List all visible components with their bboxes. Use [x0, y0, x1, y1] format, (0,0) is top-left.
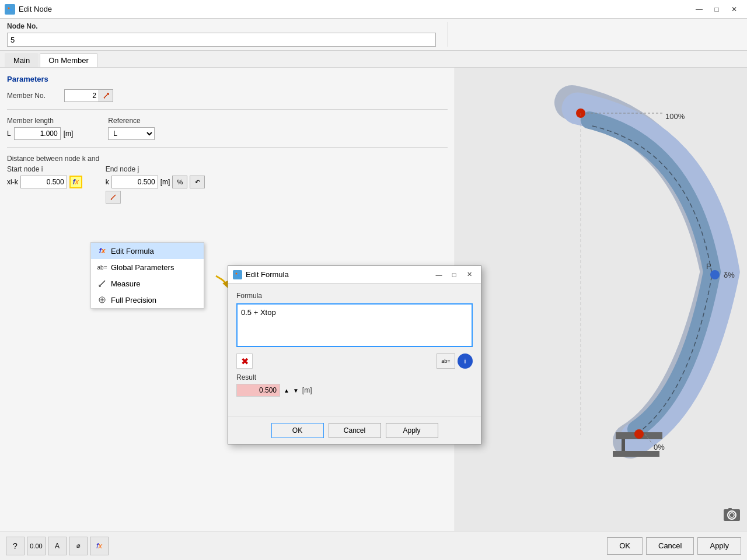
ctx-full-precision-label: Full Precision — [111, 296, 156, 304]
svg-line-7 — [111, 195, 116, 200]
parameters-title: Parameters — [7, 75, 448, 83]
svg-point-35 — [236, 272, 238, 274]
ctx-measure-label: Measure — [111, 279, 141, 288]
member-length-label: Member length — [7, 117, 73, 125]
node-distance-row: Start node i xi-k fx End node j k — [7, 165, 448, 204]
k-prefix: k — [106, 178, 109, 186]
screenshot-icon[interactable] — [722, 505, 741, 525]
svg-point-34 — [235, 272, 240, 278]
dialog-ok-button[interactable]: OK — [271, 423, 324, 438]
tab-on-member[interactable]: On Member — [40, 53, 97, 67]
node-section: Node No. — [0, 19, 747, 51]
bottom-left-icons: ? 0.00 A ⌀ fx — [6, 537, 605, 555]
ctx-edit-formula[interactable]: fx Edit Formula — [91, 243, 204, 259]
svg-text:δ%: δ% — [724, 271, 735, 279]
member-no-label: Member No. — [7, 92, 60, 100]
full-precision-icon — [97, 295, 107, 305]
tabs-bar: Main On Member — [0, 51, 747, 68]
dialog-apply-button[interactable]: Apply — [386, 423, 438, 438]
window-icon — [5, 4, 15, 15]
clear-formula-button[interactable]: ✖ — [236, 354, 253, 369]
svg-point-14 — [710, 270, 720, 279]
node-no-input[interactable] — [7, 33, 436, 47]
ctx-measure[interactable]: Measure — [91, 275, 204, 292]
context-menu: fx Edit Formula ab= Global Parameters Me… — [90, 242, 204, 309]
bottom-right-buttons: OK Cancel Apply — [607, 537, 741, 555]
member-no-input-group — [64, 89, 113, 102]
result-input[interactable] — [236, 384, 280, 397]
member-length-group: Member length L [m] — [7, 117, 73, 140]
end-node-input[interactable] — [111, 176, 158, 188]
cancel-button[interactable]: Cancel — [646, 537, 694, 555]
dialog-title-controls: — □ ✕ — [432, 269, 476, 281]
formula-textarea[interactable]: 0.5 + Xtop — [236, 303, 473, 347]
svg-line-3 — [104, 93, 109, 98]
xi-input[interactable] — [20, 176, 67, 188]
dialog-body: Formula 0.5 + Xtop ✖ ab= i Result ▲ ▼ [m… — [228, 284, 481, 405]
close-button[interactable]: ✕ — [726, 3, 742, 16]
member-pick-button[interactable] — [99, 89, 113, 102]
minimize-button[interactable]: — — [691, 3, 707, 16]
formula-icon: fx — [97, 246, 107, 256]
dialog-maximize-button[interactable]: □ — [447, 269, 461, 281]
dialog-title: Edit Formula — [246, 270, 432, 279]
node-number-group: Node No. — [7, 22, 448, 47]
result-up-btn[interactable]: ▲ — [284, 387, 289, 394]
length-prefix: L — [7, 130, 11, 138]
dialog-minimize-button[interactable]: — — [432, 269, 446, 281]
distance-label: Distance between node k and — [7, 155, 448, 163]
help-button[interactable]: ? — [6, 537, 25, 555]
start-node-group: Start node i xi-k fx — [7, 165, 82, 204]
title-bar-controls: — □ ✕ — [691, 3, 742, 16]
svg-rect-26 — [728, 508, 732, 510]
reference-select[interactable]: L x m — [108, 127, 155, 140]
ctx-full-precision[interactable]: Full Precision — [91, 292, 204, 308]
svg-point-0 — [7, 6, 13, 12]
svg-text:0%: 0% — [654, 443, 665, 452]
formula-label: Formula — [236, 292, 473, 300]
member-length-input[interactable] — [14, 127, 61, 140]
ctx-global-params[interactable]: ab= Global Parameters — [91, 259, 204, 275]
reference-group: Reference L x m — [108, 117, 155, 140]
fx-button[interactable]: fx — [90, 537, 109, 555]
formula-toolbar: ✖ ab= i — [236, 354, 473, 369]
formula-button[interactable]: fx — [69, 176, 82, 188]
svg-point-1 — [8, 7, 10, 9]
undo-button[interactable]: ↶ — [190, 176, 205, 188]
global-params-icon: ab= — [97, 262, 107, 272]
member-no-input[interactable] — [64, 89, 99, 102]
symbol-button[interactable]: ⌀ — [69, 537, 88, 555]
start-node-input-row: xi-k fx — [7, 176, 82, 188]
node-no-label: Node No. — [7, 22, 441, 30]
formula-info-button[interactable]: i — [458, 354, 473, 369]
bottom-bar: ? 0.00 A ⌀ fx OK Cancel Apply — [0, 531, 747, 560]
tab-main[interactable]: Main — [5, 53, 39, 67]
dialog-close-button[interactable]: ✕ — [462, 269, 476, 281]
svg-point-36 — [238, 274, 240, 276]
formula-params-button[interactable]: ab= — [437, 354, 455, 369]
text-button[interactable]: A — [48, 537, 67, 555]
svg-point-15 — [634, 429, 644, 439]
result-section: Result ▲ ▼ [m] — [236, 373, 473, 397]
right-panel: 100% δ% P 0% — [455, 68, 747, 531]
member-no-row: Member No. — [7, 89, 448, 102]
dialog-cancel-button[interactable]: Cancel — [329, 423, 381, 438]
end-node-group: End node j k [m] % ↶ — [106, 165, 205, 204]
maximize-button[interactable]: □ — [708, 3, 725, 16]
result-down-btn[interactable]: ▼ — [293, 387, 299, 394]
node-right-panel — [448, 22, 740, 47]
end-node-label: End node j — [106, 165, 205, 173]
decimal-button[interactable]: 0.00 — [27, 537, 46, 555]
svg-text:100%: 100% — [665, 112, 685, 121]
reference-label: Reference — [108, 117, 155, 125]
title-bar: Edit Node — □ ✕ — [0, 0, 747, 19]
diagram-area: 100% δ% P 0% — [455, 68, 747, 531]
percent-button[interactable]: % — [172, 176, 187, 188]
end-node-unit: [m] — [160, 178, 170, 186]
dialog-buttons: OK Cancel Apply — [228, 416, 481, 444]
result-row: ▲ ▼ [m] — [236, 384, 473, 397]
pick-node-button[interactable] — [106, 191, 121, 204]
ok-button[interactable]: OK — [607, 537, 643, 555]
start-node-label: Start node i — [7, 165, 82, 173]
apply-button[interactable]: Apply — [697, 537, 741, 555]
